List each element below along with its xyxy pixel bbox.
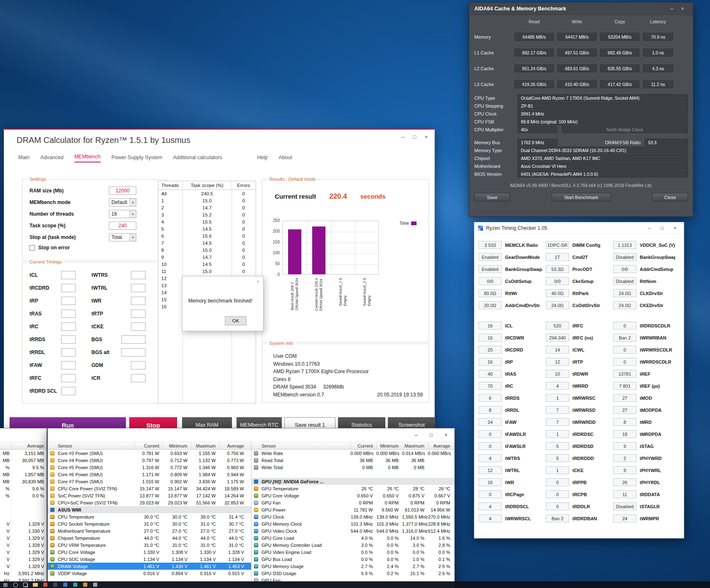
sensor-row[interactable]: Core #5 Power (SMU)1.316 W0.772 W1.346 W… bbox=[48, 464, 251, 471]
app-icon-red[interactable] bbox=[41, 581, 50, 588]
timing-input[interactable] bbox=[131, 322, 145, 331]
timing-input[interactable] bbox=[61, 361, 76, 369]
sensor-row[interactable]: GPU Bus Load0.0 %0.0 %1.0 %0.1 % bbox=[251, 556, 454, 563]
timing-input[interactable] bbox=[121, 335, 145, 344]
sensor-section-row[interactable]: ASUS WMI bbox=[48, 506, 251, 513]
menu-item-main[interactable]: Main bbox=[18, 155, 30, 162]
app-icon-gray[interactable] bbox=[91, 581, 100, 588]
stop-at-select[interactable]: Total ▼ bbox=[109, 233, 136, 241]
sensor-row[interactable]: SoC Power (SVI2 TFN)13.877 W13.877 W17.1… bbox=[48, 492, 251, 499]
sensor-row[interactable]: GPU Memory Usage2.7 %2.4 %2.7 %2.5 % bbox=[251, 563, 454, 570]
minimize-icon[interactable]: – bbox=[402, 134, 404, 140]
task-scope-input[interactable]: 240 bbox=[109, 221, 136, 230]
file-explorer-button[interactable] bbox=[31, 581, 40, 588]
minimize-icon[interactable]: – bbox=[644, 225, 654, 231]
ok-button[interactable]: OK bbox=[225, 316, 247, 325]
sensors-window-fragment[interactable]: Average MB3,151 MBMB30,057 MB%9.5 %MB1,8… bbox=[0, 428, 47, 588]
timing-input[interactable] bbox=[131, 310, 145, 318]
timing-input[interactable] bbox=[61, 271, 76, 279]
app-icon-blue[interactable] bbox=[61, 581, 70, 588]
menu-item-power-supply-system[interactable]: Power Supply System bbox=[111, 155, 162, 162]
menu-item-advanced[interactable]: Advanced bbox=[40, 155, 64, 162]
sensor-row[interactable]: CPU SOC Voltage1.134 V1.134 V1.134 V1.13… bbox=[48, 556, 251, 563]
sensor-row[interactable]: Core #4 Power (SMU)0.797 W0.712 W1.132 W… bbox=[48, 457, 251, 464]
timing-input[interactable] bbox=[61, 297, 76, 305]
task-view-button[interactable] bbox=[21, 581, 30, 588]
close-button[interactable]: Close bbox=[652, 193, 688, 202]
sensor-row[interactable]: GPU Video Engine Load0.0 %0.0 %0.0 %0.0 … bbox=[251, 549, 454, 556]
sensor-row[interactable]: GPU Clock139.0 MHz139.0 MHz1,556.5 MHz27… bbox=[251, 513, 454, 520]
sensor-row[interactable]: Motherboard Temperature27.0 °C27.0 °C27.… bbox=[48, 527, 251, 534]
timing-input[interactable] bbox=[121, 348, 145, 357]
close-icon[interactable]: × bbox=[256, 279, 259, 285]
sensor-row[interactable]: Write Total0 MB0 MB0 MB bbox=[251, 464, 454, 471]
sensor-row[interactable]: Core #7 Power (SMU)1.016 W0.902 W3.836 W… bbox=[48, 478, 251, 485]
sensor-row[interactable]: Core #6 Power (SMU)1.171 W0.809 W1.984 W… bbox=[48, 471, 251, 478]
sensor-row[interactable]: DRAM Voltage1.461 V1.439 V1.461 V1.453 V bbox=[48, 563, 251, 570]
stop-on-error-checkbox[interactable] bbox=[30, 245, 35, 251]
minimize-icon[interactable]: – bbox=[409, 431, 423, 440]
sensor-row[interactable]: Read Total36 MB36 MB36 MB bbox=[251, 457, 454, 464]
maximize-icon[interactable]: □ bbox=[657, 225, 667, 231]
sensor-row[interactable]: Write Rate0.000 MB/s0.000 MB/s0.014 MB/s… bbox=[251, 450, 454, 457]
timing-input[interactable] bbox=[61, 387, 76, 395]
rtc-label: GearDownMode bbox=[505, 255, 542, 260]
threads-select[interactable]: 16 ▼ bbox=[109, 210, 136, 218]
aida64-titlebar[interactable]: AIDA64 Cache & Memory Benchmark – × bbox=[469, 2, 693, 15]
sensor-row[interactable]: GPU Power11.781 W9.560 W61.013 W14.956 W bbox=[251, 506, 454, 513]
taskbar[interactable] bbox=[0, 581, 710, 588]
sensor-row[interactable]: GPU Temperature26 °C26 °C28 °C26 °C bbox=[251, 485, 454, 492]
sensor-row[interactable]: CPU+SoC Power (SVI2 TFN)29.023 W29.023 W… bbox=[48, 499, 251, 506]
timing-input[interactable] bbox=[131, 284, 145, 292]
sensor-row[interactable]: GPU Memory Clock101.3 MHz101.3 MHz1,377.… bbox=[251, 520, 454, 527]
membench-mode-select[interactable]: Default ▼ bbox=[109, 198, 136, 207]
close-icon[interactable]: × bbox=[677, 6, 688, 12]
timing-input[interactable] bbox=[131, 271, 145, 279]
timing-input[interactable] bbox=[131, 297, 145, 305]
sensor-row[interactable]: GPU D3D Usage5.9 %0.2 %15.1 %2.6 % bbox=[251, 570, 454, 577]
app-icon-orange[interactable] bbox=[81, 581, 90, 588]
save-button[interactable]: Save bbox=[474, 193, 510, 202]
timing-input[interactable] bbox=[61, 322, 76, 331]
menu-item-about[interactable]: About bbox=[279, 155, 292, 162]
close-icon[interactable]: × bbox=[439, 431, 453, 440]
sensor-row[interactable]: GPU Memory Controller Load3.0 %0.0 %3.0 … bbox=[251, 541, 454, 549]
timing-input[interactable] bbox=[61, 284, 76, 292]
sensor-row[interactable]: GPU Core Voltage0.650 V0.650 V0.875 V0.6… bbox=[251, 492, 454, 499]
menu-item-help[interactable]: Help bbox=[257, 155, 268, 162]
sensor-row[interactable]: Core #3 Power (SMU)0.781 W0.693 W1.155 W… bbox=[48, 450, 251, 457]
timing-input[interactable] bbox=[61, 335, 76, 344]
timing-input[interactable] bbox=[61, 348, 76, 357]
sensor-row[interactable]: GPU Video Clock544.0 MHz544.0 MHz1,316.0… bbox=[251, 527, 454, 534]
sensor-row[interactable]: GPU Core Load4.0 %0.0 %14.0 %1.6 % bbox=[251, 534, 454, 541]
maximize-icon[interactable]: □ bbox=[413, 134, 417, 140]
sensor-row[interactable]: CPU Core Power (SVI2 TFN)15.147 W15.147 … bbox=[48, 485, 251, 492]
sensors-titlebar[interactable]: – □ × bbox=[48, 428, 454, 442]
start-benchmark-button[interactable]: Start Benchmark bbox=[552, 193, 611, 202]
timing-input[interactable] bbox=[61, 374, 76, 382]
menu-item-membench[interactable]: MEMbench bbox=[74, 154, 101, 162]
sensor-row[interactable]: CPU Core Voltage1.330 V1.308 V1.330 V1.3… bbox=[48, 549, 251, 556]
rtc-titlebar[interactable]: Ryzen Timing Checker 1.05 – □ × bbox=[474, 222, 684, 234]
window-controls: – □ × bbox=[402, 134, 428, 140]
cortana-button[interactable] bbox=[11, 581, 20, 588]
start-button[interactable] bbox=[1, 581, 10, 588]
sensor-row[interactable]: CPU Socket Temperature31.0 °C30.0 °C31.0… bbox=[48, 520, 251, 527]
sensor-row[interactable]: Chipset Temperature44.0 °C44.0 °C44.0 °C… bbox=[48, 534, 251, 541]
app-icon-dark[interactable] bbox=[51, 581, 60, 588]
app-icon-teal[interactable] bbox=[71, 581, 80, 588]
close-icon[interactable]: × bbox=[424, 134, 428, 140]
timing-input[interactable] bbox=[131, 361, 145, 369]
menu-item-additional-calculators[interactable]: Additional calculators bbox=[173, 155, 222, 162]
ram-size-input[interactable]: 12000 bbox=[109, 187, 136, 195]
sensor-row[interactable]: VDDP Voltage0.916 V0.894 V0.916 V0.915 V bbox=[48, 570, 251, 577]
sensor-section-row[interactable]: GPU [#0]: NVIDIA GeForce ... bbox=[251, 478, 454, 485]
minimize-icon[interactable]: – bbox=[666, 6, 677, 12]
maximize-icon[interactable]: □ bbox=[424, 431, 438, 440]
timing-input[interactable] bbox=[61, 310, 76, 318]
sensor-row[interactable]: GPU Fan0 RPM0 RPM0 RPM0 RPM bbox=[251, 499, 454, 506]
sensor-row[interactable]: CPU Temperature30.0 °C30.0 °C39.0 °C31.4… bbox=[48, 513, 251, 520]
timing-input[interactable] bbox=[131, 374, 145, 382]
close-icon[interactable]: × bbox=[670, 225, 680, 231]
sensor-row[interactable]: CPU VRM Temperature31.0 °C31.0 °C31.0 °C… bbox=[48, 541, 251, 549]
